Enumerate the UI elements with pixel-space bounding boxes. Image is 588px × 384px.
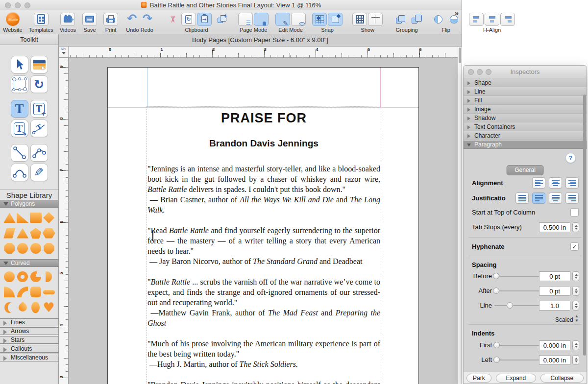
hexagon-shape[interactable]: [43, 228, 55, 239]
hyphenate-checkbox[interactable]: ✓: [570, 242, 579, 251]
doc-lines-button[interactable]: [238, 13, 253, 26]
rotate-tool[interactable]: [30, 75, 48, 93]
paragraph-block[interactable]: "Much of his prose involving the America…: [147, 338, 380, 369]
justify-left-button[interactable]: [532, 192, 545, 204]
rsquare-shape[interactable]: [30, 287, 41, 297]
inspector-section-shape[interactable]: Shape: [464, 79, 587, 87]
ruler-units[interactable]: i/n: [59, 47, 69, 58]
scrollbar-thumb[interactable]: [459, 48, 461, 63]
istudio-button[interactable]: iStudio: [5, 13, 20, 26]
snap-grid-button[interactable]: [312, 13, 327, 26]
inspector-section-text-containers[interactable]: Text Containers: [464, 123, 587, 131]
circle-shape[interactable]: [17, 243, 28, 254]
shape-section-arrows[interactable]: Arrows: [0, 327, 58, 335]
doc-eye-button[interactable]: [291, 13, 306, 26]
square-shape[interactable]: [30, 213, 42, 223]
window-titlebar[interactable]: Battle Rattle and Other Stories Final La…: [0, 0, 462, 10]
shape-section-lines[interactable]: Lines: [0, 318, 58, 326]
arc-tool[interactable]: [11, 164, 28, 181]
pages-bar[interactable]: Body Pages [Custom Paper Size - 6.00" x …: [59, 34, 462, 47]
pencil-tool[interactable]: [30, 164, 48, 181]
pill-shape[interactable]: [43, 290, 55, 294]
spacing-line-slider[interactable]: [494, 305, 541, 306]
doc-hand-button[interactable]: [254, 13, 269, 26]
indent-first-slider[interactable]: [494, 345, 541, 346]
curve-tool[interactable]: [30, 144, 48, 162]
pentagon-shape[interactable]: [30, 228, 41, 239]
align-center-button[interactable]: [485, 13, 499, 26]
align-left-button[interactable]: [469, 13, 484, 26]
flip-h-button[interactable]: [431, 13, 445, 26]
paragraph-block[interactable]: "Read Battle Rattle and find yourself ea…: [147, 225, 380, 266]
slider-thumb[interactable]: [493, 288, 499, 294]
crescent-shape[interactable]: [4, 302, 14, 313]
align-right-button[interactable]: [565, 177, 579, 189]
expand-all-button[interactable]: Expand All: [496, 374, 536, 383]
indent-first-stepper[interactable]: [572, 340, 579, 350]
align-left-button[interactable]: [532, 177, 545, 189]
toolbar-overflow-chevron[interactable]: »: [455, 9, 458, 17]
text-flow-tool[interactable]: [11, 120, 28, 137]
indent-left-stepper[interactable]: [572, 355, 579, 365]
park-button[interactable]: Park: [466, 374, 491, 383]
tab-stops-stepper[interactable]: [572, 222, 579, 232]
align-right-button[interactable]: [500, 13, 515, 26]
spacing-before-input[interactable]: 0 pt: [539, 271, 570, 281]
scaled-control[interactable]: Scaled ▲▼: [555, 314, 579, 323]
spacing-line-stepper[interactable]: [572, 301, 579, 311]
spacing-before-slider[interactable]: [494, 276, 541, 277]
spacing-before-stepper[interactable]: [572, 271, 579, 281]
text-plus-tool[interactable]: [30, 100, 48, 118]
inspector-section-fill[interactable]: Fill: [464, 96, 587, 105]
triangle-shape[interactable]: [17, 228, 28, 239]
ungroup-button[interactable]: [407, 13, 422, 26]
circle-shape[interactable]: [4, 271, 15, 282]
paragraph-block[interactable]: "Battle Rattle ... scrubs the varnish of…: [147, 277, 380, 328]
half-shape[interactable]: [46, 271, 52, 282]
camera-button[interactable]: [60, 13, 75, 26]
inspector-section-paragraph[interactable]: Paragraph: [464, 141, 587, 149]
start-top-checkbox[interactable]: [570, 208, 579, 216]
help-button[interactable]: ?: [565, 153, 576, 163]
shape-section-miscellaneous[interactable]: Miscellaneous: [0, 354, 58, 361]
close-palette-button[interactable]: [468, 69, 474, 75]
crosshair-button[interactable]: [368, 13, 383, 26]
paragraph-block[interactable]: "Brandon Davis Jennings inevitably posit…: [147, 380, 380, 384]
shape-section-curved[interactable]: Curved: [0, 259, 58, 267]
printer-button[interactable]: [103, 13, 118, 26]
pointer-tool[interactable]: [11, 56, 28, 73]
octagon-shape[interactable]: [4, 243, 15, 254]
spacing-after-slider[interactable]: [494, 290, 541, 291]
align-center-button[interactable]: [549, 177, 562, 189]
text-path-tool[interactable]: T: [30, 120, 48, 137]
minimize-palette-button[interactable]: [477, 69, 483, 75]
vertical-scrollbar[interactable]: [458, 47, 462, 384]
palette-scrollbar-thumb[interactable]: [583, 95, 586, 356]
parallelogram-shape[interactable]: [3, 228, 15, 239]
image-pointer-tool[interactable]: [30, 56, 48, 73]
indent-left-slider[interactable]: [494, 360, 541, 360]
spacing-after-input[interactable]: 0 pt: [539, 286, 570, 296]
shape-section-polygons[interactable]: Polygons: [0, 200, 58, 208]
octagon-shape[interactable]: [44, 243, 54, 254]
inspector-section-line[interactable]: Line: [464, 88, 587, 96]
inspector-section-image[interactable]: Image: [464, 105, 587, 114]
paragraph-block[interactable]: "Jennings is an intense and masterful st…: [147, 164, 380, 215]
copy-button[interactable]: [181, 13, 196, 26]
slider-thumb[interactable]: [493, 342, 500, 348]
shape-section-stars[interactable]: Stars: [0, 336, 58, 344]
slider-thumb[interactable]: [493, 273, 499, 279]
slider-thumb[interactable]: [493, 357, 500, 363]
pacman-shape[interactable]: [30, 271, 41, 282]
text-tool[interactable]: [11, 100, 28, 118]
page[interactable]: PRAISE FOR Brandon Davis Jennings "Jenni…: [107, 67, 419, 384]
triangle-shape[interactable]: [3, 213, 15, 223]
node-edit-tool[interactable]: [11, 75, 28, 93]
inspectors-titlebar[interactable]: Inspectors: [464, 66, 587, 78]
shape-section-callouts[interactable]: Callouts: [0, 345, 58, 353]
quarter-shape[interactable]: [4, 287, 15, 297]
heart-shape[interactable]: ♥: [43, 302, 55, 312]
spacing-after-stepper[interactable]: [572, 286, 579, 296]
snap-shape-button[interactable]: [328, 13, 343, 26]
scissors-button[interactable]: [166, 13, 180, 26]
